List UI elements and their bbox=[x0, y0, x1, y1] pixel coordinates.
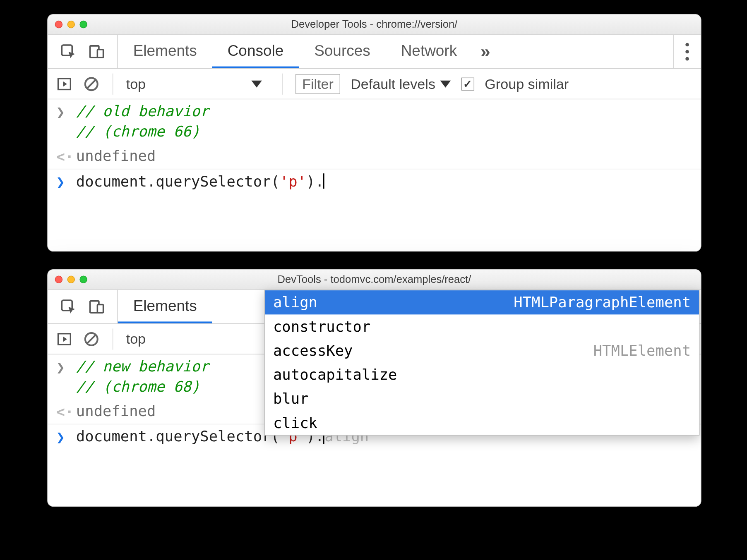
console-result: undefined bbox=[76, 401, 156, 421]
autocomplete-label: click bbox=[273, 414, 317, 431]
output-caret-icon: <· bbox=[56, 146, 67, 166]
context-selector[interactable]: top bbox=[126, 76, 269, 92]
tab-network[interactable]: Network bbox=[385, 35, 472, 68]
levels-label: Default levels bbox=[351, 76, 435, 92]
context-selector[interactable]: top bbox=[126, 330, 152, 347]
prompt-caret-icon: ❯ bbox=[56, 172, 67, 192]
autocomplete-item[interactable]: blur bbox=[265, 387, 699, 411]
autocomplete-item[interactable]: autocapitalize bbox=[265, 363, 699, 387]
context-label: top bbox=[126, 76, 145, 92]
main-toolbar: Elements Console Sources Network » bbox=[48, 35, 701, 69]
input-caret-icon: ❯ bbox=[56, 102, 67, 122]
device-toggle-icon[interactable] bbox=[88, 43, 106, 60]
device-toggle-icon[interactable] bbox=[88, 298, 106, 316]
autocomplete-popup: align HTMLParagraphElement constructor a… bbox=[264, 290, 699, 436]
clear-console-icon[interactable] bbox=[83, 76, 99, 92]
filter-input[interactable]: Filter bbox=[295, 74, 340, 93]
svg-line-5 bbox=[87, 80, 95, 88]
autocomplete-item[interactable]: align HTMLParagraphElement bbox=[265, 290, 699, 314]
autocomplete-item[interactable]: accessKey HTMLElement bbox=[265, 339, 699, 363]
svg-line-11 bbox=[87, 335, 95, 343]
chevron-down-icon bbox=[251, 80, 262, 87]
autocomplete-type: HTMLElement bbox=[593, 342, 690, 359]
svg-rect-2 bbox=[97, 49, 103, 57]
console-input[interactable]: document.querySelector('p'). bbox=[76, 172, 324, 191]
window-title: DevTools - todomvc.com/examples/react/ bbox=[48, 273, 701, 286]
tab-elements[interactable]: Elements bbox=[118, 290, 212, 323]
group-similar-label: Group similar bbox=[485, 76, 569, 92]
log-levels-selector[interactable]: Default levels bbox=[351, 76, 451, 92]
clear-console-icon[interactable] bbox=[83, 330, 99, 347]
kebab-menu-icon[interactable] bbox=[685, 50, 689, 53]
titlebar: Developer Tools - chrome://version/ bbox=[48, 15, 701, 35]
devtools-window-2: DevTools - todomvc.com/examples/react/ bbox=[47, 269, 701, 507]
autocomplete-label: accessKey bbox=[273, 342, 353, 359]
autocomplete-label: autocapitalize bbox=[273, 366, 396, 383]
titlebar: DevTools - todomvc.com/examples/react/ bbox=[48, 270, 701, 290]
svg-rect-8 bbox=[97, 304, 103, 313]
window-title: Developer Tools - chrome://version/ bbox=[48, 18, 701, 31]
input-caret-icon: ❯ bbox=[56, 357, 67, 377]
inspect-icon[interactable] bbox=[60, 43, 77, 60]
autocomplete-label: blur bbox=[273, 390, 308, 407]
devtools-window-1: Developer Tools - chrome://version/ bbox=[47, 14, 701, 251]
more-tabs-icon[interactable]: » bbox=[472, 35, 499, 68]
console-line: // new behavior // (chrome 68) bbox=[76, 357, 209, 397]
output-caret-icon: <· bbox=[56, 401, 67, 421]
sidebar-toggle-icon[interactable] bbox=[56, 330, 72, 347]
console-output: ❯ // old behavior // (chrome 66) <· unde… bbox=[48, 99, 701, 194]
context-label: top bbox=[126, 330, 145, 347]
autocomplete-label: align bbox=[273, 294, 317, 311]
tab-console[interactable]: Console bbox=[212, 35, 299, 68]
console-line: // old behavior // (chrome 66) bbox=[76, 102, 209, 141]
autocomplete-type: HTMLParagraphElement bbox=[514, 294, 691, 311]
group-similar-checkbox[interactable] bbox=[461, 77, 474, 90]
console-subbar: top Filter Default levels Group similar bbox=[48, 69, 701, 99]
chevron-down-icon bbox=[440, 80, 451, 87]
autocomplete-label: constructor bbox=[273, 318, 370, 335]
autocomplete-item[interactable]: constructor bbox=[265, 314, 699, 338]
autocomplete-item[interactable]: click bbox=[265, 411, 699, 435]
sidebar-toggle-icon[interactable] bbox=[56, 76, 72, 92]
inspect-icon[interactable] bbox=[60, 298, 77, 316]
console-result: undefined bbox=[76, 146, 156, 166]
tab-elements[interactable]: Elements bbox=[118, 35, 212, 68]
prompt-caret-icon: ❯ bbox=[56, 427, 67, 447]
tab-sources[interactable]: Sources bbox=[299, 35, 385, 68]
